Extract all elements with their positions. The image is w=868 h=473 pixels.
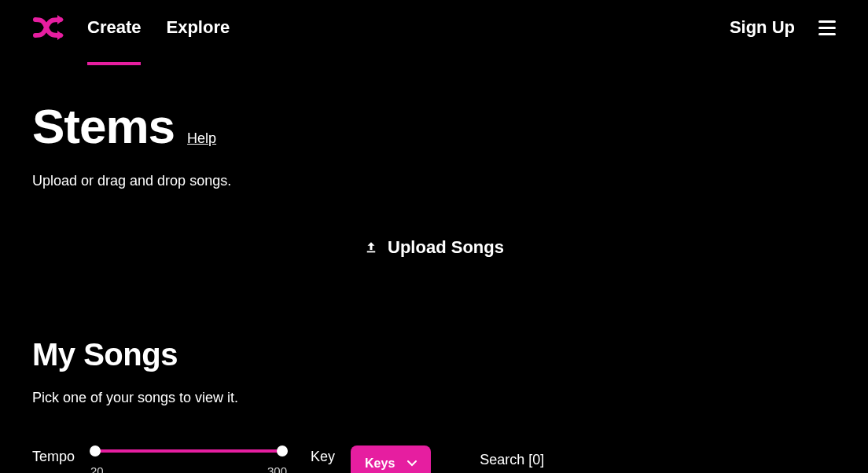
main-content: Stems Help Upload or drag and drop songs… bbox=[0, 47, 868, 473]
nav-tab-label: Create bbox=[87, 17, 141, 37]
hamburger-bar-icon bbox=[818, 20, 836, 23]
slider-range-labels: 20 300 bbox=[90, 464, 287, 473]
key-label: Key bbox=[311, 446, 335, 465]
menu-button[interactable] bbox=[818, 20, 836, 35]
hamburger-bar-icon bbox=[818, 33, 836, 35]
tempo-max-value: 300 bbox=[267, 464, 287, 473]
nav-tab-explore[interactable]: Explore bbox=[166, 17, 230, 38]
svg-rect-0 bbox=[367, 251, 376, 253]
my-songs-section: My Songs Pick one of your songs to view … bbox=[32, 337, 836, 473]
filter-row: Tempo 20 300 Key Keys bbox=[32, 446, 836, 473]
my-songs-subtitle: Pick one of your songs to view it. bbox=[32, 390, 836, 406]
key-select-label: Keys bbox=[365, 456, 395, 471]
app-logo[interactable] bbox=[32, 12, 64, 43]
search-wrap bbox=[478, 446, 836, 473]
upload-button-label: Upload Songs bbox=[388, 237, 504, 258]
slider-thumb-max[interactable] bbox=[277, 446, 288, 456]
page-subtitle: Upload or drag and drop songs. bbox=[32, 173, 836, 189]
nav-tab-create[interactable]: Create bbox=[87, 17, 141, 38]
tempo-label: Tempo bbox=[32, 446, 75, 465]
page-title: Stems bbox=[32, 102, 175, 151]
shuffle-logo-icon bbox=[32, 12, 64, 43]
top-bar: Create Explore Sign Up bbox=[0, 0, 868, 47]
help-link[interactable]: Help bbox=[187, 130, 216, 147]
signup-label: Sign Up bbox=[730, 17, 795, 37]
top-bar-right: Sign Up bbox=[730, 17, 836, 38]
key-select[interactable]: Keys bbox=[351, 446, 431, 473]
title-row: Stems Help bbox=[32, 102, 836, 151]
upload-songs-button[interactable]: Upload Songs bbox=[359, 236, 509, 258]
upload-icon bbox=[364, 240, 378, 255]
upload-row: Upload Songs bbox=[32, 236, 836, 258]
tempo-slider[interactable]: 20 300 bbox=[90, 446, 287, 473]
signup-button[interactable]: Sign Up bbox=[730, 17, 795, 38]
chevron-down-icon bbox=[407, 460, 417, 467]
search-input[interactable] bbox=[478, 447, 836, 473]
slider-thumb-min[interactable] bbox=[90, 446, 101, 456]
slider-track[interactable] bbox=[90, 446, 287, 456]
nav-tab-label: Explore bbox=[166, 17, 230, 37]
my-songs-title: My Songs bbox=[32, 337, 836, 372]
slider-rail bbox=[95, 449, 282, 453]
nav-tabs: Create Explore bbox=[87, 17, 730, 38]
tempo-min-value: 20 bbox=[90, 464, 104, 473]
hamburger-bar-icon bbox=[818, 27, 836, 29]
